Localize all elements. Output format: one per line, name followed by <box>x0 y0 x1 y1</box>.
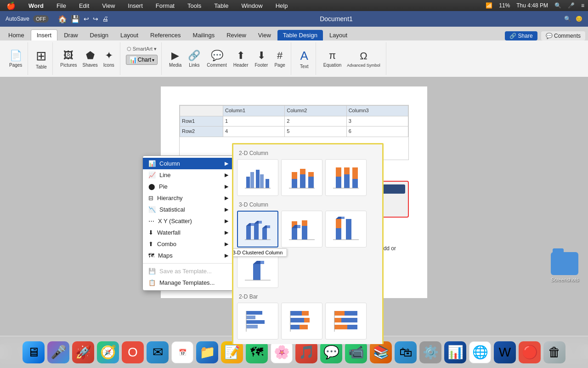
account-icon[interactable]: 😊 <box>576 16 582 22</box>
chart-type-statistical[interactable]: 📉 Statistical ▶ <box>143 204 234 215</box>
share-button[interactable]: 🔗 Share <box>505 31 537 40</box>
dock-calendar[interactable]: 📅 <box>171 341 193 363</box>
clustered-bar-chart[interactable] <box>237 303 278 339</box>
control-center-icon[interactable]: ≡ <box>581 2 584 9</box>
chart-type-scatter[interactable]: ⋯ X Y (Scatter) ▶ <box>143 215 234 227</box>
100-stacked-bar-chart[interactable] <box>325 303 367 339</box>
comment-button[interactable]: 💬 Comment <box>205 49 228 69</box>
chart-type-waterfall[interactable]: ⬇ Waterfall ▶ <box>143 227 234 238</box>
tab-table-design[interactable]: Table Design <box>277 30 323 40</box>
chart-type-maps[interactable]: 🗺 Maps ▶ <box>143 250 234 261</box>
icons-button[interactable]: ✦ Icons <box>102 49 116 69</box>
equation-button[interactable]: π Equation <box>322 49 343 69</box>
siri-icon[interactable]: 🎤 <box>568 2 575 9</box>
view-menu[interactable]: View <box>99 2 118 9</box>
tab-references[interactable]: References <box>145 30 186 40</box>
chart-type-hierarchy[interactable]: ⊟ Hierarchy ▶ <box>143 192 234 204</box>
chart-type-combo[interactable]: ⬆ Combo ▶ <box>143 238 234 250</box>
dock-launchpad[interactable]: 🚀 <box>72 341 94 363</box>
tab-design[interactable]: Design <box>85 30 114 40</box>
file-menu[interactable]: File <box>54 2 69 9</box>
3d-stacked-column-chart[interactable] <box>281 211 322 247</box>
3d-column-single-chart[interactable] <box>237 251 278 288</box>
dock-photos[interactable]: 🌸 <box>271 341 293 363</box>
comments-button[interactable]: 💬 Comments <box>541 31 585 40</box>
window-menu[interactable]: Window <box>238 2 265 9</box>
tab-insert[interactable]: Insert <box>31 29 58 40</box>
advanced-symbol-button[interactable]: Ω Advanced Symbol <box>345 49 382 69</box>
redo-icon[interactable]: ↪ <box>93 15 98 23</box>
search-toolbar-icon[interactable]: 🔍 <box>564 16 571 22</box>
dock-messages[interactable]: 💬 <box>320 341 342 363</box>
dock-chrome[interactable]: 🌐 <box>469 341 491 363</box>
chart-type-pie[interactable]: ⬤ Pie ▶ <box>143 181 234 192</box>
search-icon[interactable]: 🔍 <box>554 2 561 9</box>
tab-view[interactable]: View <box>253 30 277 40</box>
apple-menu[interactable]: 🍎 <box>4 1 18 10</box>
advanced-symbol-icon: Ω <box>360 50 367 62</box>
clustered-column-chart[interactable] <box>237 159 278 196</box>
pages-button[interactable]: 📄 Pages <box>7 49 24 69</box>
svg-rect-43 <box>253 264 260 280</box>
stacked-bar-chart[interactable] <box>281 303 322 339</box>
dock-safari[interactable]: 🧭 <box>97 341 119 363</box>
tab-mailings[interactable]: Mailings <box>187 30 220 40</box>
dock-files[interactable]: 📁 <box>196 341 218 363</box>
screenshots-folder[interactable]: Screenshots <box>551 252 579 282</box>
word-menu[interactable]: Word <box>26 2 46 9</box>
footer-button[interactable]: ⬇ Footer <box>253 49 270 69</box>
media-button[interactable]: ▶ Media <box>167 49 183 69</box>
tab-review[interactable]: Review <box>221 30 252 40</box>
print-icon[interactable]: 🖨 <box>102 15 108 23</box>
3d-clustered-column-chart[interactable]: 3-D Clustered Column <box>237 211 278 247</box>
svg-rect-30 <box>292 228 297 240</box>
pictures-button[interactable]: 🖼 Pictures <box>58 49 79 69</box>
tab-home[interactable]: Home <box>3 30 30 40</box>
dock-appstore[interactable]: 🛍 <box>395 341 417 363</box>
home-icon[interactable]: 🏠 <box>58 15 67 23</box>
tab-layout2[interactable]: Layout <box>324 30 353 40</box>
3d-100-stacked-column-chart[interactable] <box>325 211 367 247</box>
links-button[interactable]: 🔗 Links <box>186 49 202 69</box>
page-number-button[interactable]: # Page <box>272 49 287 69</box>
manage-templates-item[interactable]: 📋 Manage Templates... <box>143 277 234 288</box>
autosave-toggle[interactable]: OFF <box>33 15 49 23</box>
header-button[interactable]: ⬆ Header <box>232 49 250 69</box>
insert-menu[interactable]: Insert <box>125 2 146 9</box>
undo-icon[interactable]: ↩ <box>84 15 89 23</box>
tab-draw[interactable]: Draw <box>58 30 83 40</box>
100-stacked-column-chart[interactable] <box>325 159 367 196</box>
dock-books[interactable]: 📚 <box>370 341 392 363</box>
shapes-button[interactable]: ⬟ Shaves <box>80 49 99 69</box>
comment-label: Comment <box>207 63 226 68</box>
chart-button[interactable]: 📊 Chart ▾ <box>126 55 158 65</box>
dock-unknown[interactable]: 🔴 <box>519 341 541 363</box>
dock-facetime[interactable]: 📹 <box>345 341 367 363</box>
dock-word[interactable]: W <box>494 341 516 363</box>
dock-siri[interactable]: 🎤 <box>47 341 69 363</box>
chart-tooltip: 3-D Clustered Column <box>232 248 287 257</box>
format-menu[interactable]: Format <box>153 2 177 9</box>
tools-menu[interactable]: Tools <box>185 2 204 9</box>
dock-outlook[interactable]: 📊 <box>444 341 466 363</box>
table-button[interactable]: ⊞ Table <box>34 47 49 70</box>
dock-music[interactable]: 🎵 <box>295 341 317 363</box>
dock-finder[interactable]: 🖥 <box>23 341 45 363</box>
dock-notes[interactable]: 📝 <box>221 341 243 363</box>
chart-type-line[interactable]: 📈 Line ▶ <box>143 169 234 181</box>
edit-menu[interactable]: Edit <box>76 2 92 9</box>
dock-settings[interactable]: ⚙️ <box>419 341 441 363</box>
stacked-column-chart[interactable] <box>281 159 322 196</box>
dock-opera[interactable]: O <box>122 341 144 363</box>
table-menu[interactable]: Table <box>211 2 231 9</box>
chart-type-column[interactable]: 📊 Column ▶ <box>143 158 234 169</box>
save-icon[interactable]: 💾 <box>71 15 80 23</box>
text-button[interactable]: A Text <box>298 48 310 70</box>
tab-layout[interactable]: Layout <box>115 30 144 40</box>
dock-mail[interactable]: ✉ <box>147 341 169 363</box>
help-menu[interactable]: Help <box>273 2 291 9</box>
dock-maps[interactable]: 🗺 <box>246 341 268 363</box>
dock-trash[interactable]: 🗑 <box>543 341 565 363</box>
chart-type-panel: 2-D Column <box>232 143 384 344</box>
maps-label: Maps <box>158 252 173 259</box>
